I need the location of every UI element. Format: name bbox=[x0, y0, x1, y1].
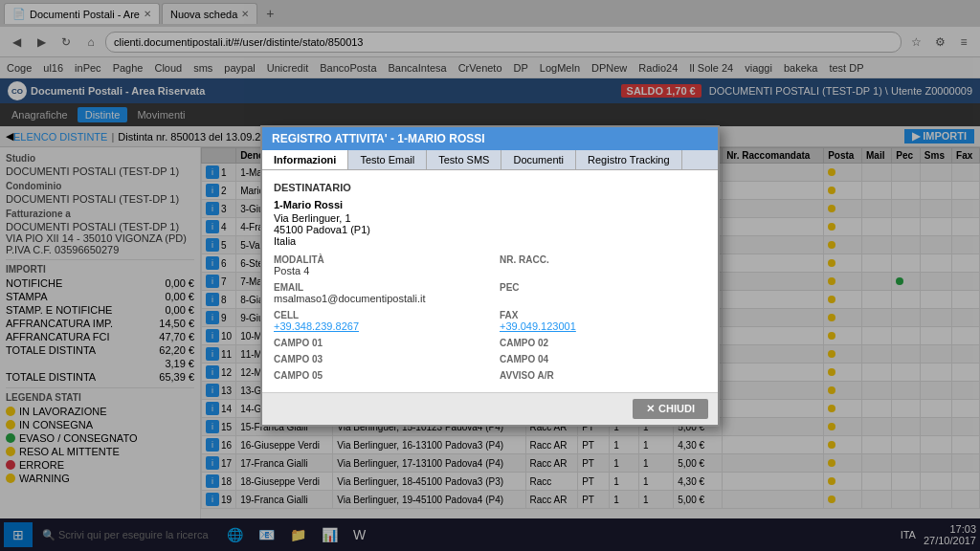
modal-email-section: EMAIL msalmaso1@documentipostali.it bbox=[274, 282, 480, 304]
modal-campo02-label: CAMPO 02 bbox=[500, 338, 706, 348]
modal-campo03-section: CAMPO 03 bbox=[274, 354, 480, 364]
modal-fax-value[interactable]: +39.049.123001 bbox=[500, 320, 706, 332]
modal-campo05-section: CAMPO 05 bbox=[274, 370, 480, 381]
modal-tab-registro-tracking[interactable]: Registro Tracking bbox=[576, 150, 682, 169]
modal-cell-section: CELL +39.348.239.8267 bbox=[274, 310, 480, 332]
modal-campo03-label: CAMPO 03 bbox=[274, 354, 480, 364]
modal-overlay: REGISTRO ATTIVITA' - 1-MARIO ROSSI Infor… bbox=[0, 0, 980, 551]
modal-title: REGISTRO ATTIVITA' - 1-MARIO ROSSI bbox=[262, 127, 718, 150]
modal: REGISTRO ATTIVITA' - 1-MARIO ROSSI Infor… bbox=[260, 125, 720, 427]
modal-campo04-label: CAMPO 04 bbox=[500, 354, 706, 364]
modal-country: Italia bbox=[274, 235, 706, 247]
modal-footer: ✕ CHIUDI bbox=[262, 392, 718, 425]
modal-avviso-section: AVVISO A/R bbox=[500, 370, 706, 381]
modal-destinatario-label: DESTINATARIO bbox=[274, 182, 706, 193]
modal-nr-racc-label: NR. RACC. bbox=[500, 254, 706, 265]
modal-close-button[interactable]: ✕ CHIUDI bbox=[633, 399, 708, 419]
modal-fax-section: FAX +39.049.123001 bbox=[500, 310, 706, 332]
modal-address2: 45100 Padova1 (P1) bbox=[274, 224, 706, 235]
modal-cell-value[interactable]: +39.348.239.8267 bbox=[274, 320, 480, 332]
modal-cell-label: CELL bbox=[274, 310, 480, 320]
modal-destinatario-name: 1-Mario Rossi bbox=[274, 199, 706, 210]
modal-campo02-section: CAMPO 02 bbox=[500, 338, 706, 348]
modal-email-value: msalmaso1@documentipostali.it bbox=[274, 293, 480, 304]
modal-email-label: EMAIL bbox=[274, 282, 480, 293]
close-label: CHIUDI bbox=[658, 403, 695, 414]
modal-campo01-label: CAMPO 01 bbox=[274, 338, 480, 348]
modal-fax-label: FAX bbox=[500, 310, 706, 320]
modal-body: DESTINATARIO 1-Mario Rossi Via Berlingue… bbox=[262, 170, 718, 392]
modal-tab-testo-email[interactable]: Testo Email bbox=[348, 150, 427, 169]
modal-pec-label: PEC bbox=[500, 282, 706, 293]
modal-modalita-section: MODALITÀ Posta 4 bbox=[274, 254, 480, 276]
modal-address1: Via Berlinguer, 1 bbox=[274, 212, 706, 224]
modal-nr-racc-section: NR. RACC. bbox=[500, 254, 706, 276]
modal-tabs: Informazioni Testo Email Testo SMS Docum… bbox=[262, 150, 718, 170]
modal-pec-section: PEC bbox=[500, 282, 706, 304]
modal-campo04-section: CAMPO 04 bbox=[500, 354, 706, 364]
modal-tab-testo-sms[interactable]: Testo SMS bbox=[427, 150, 501, 169]
modal-modalita-label: MODALITÀ bbox=[274, 254, 480, 265]
modal-tab-documenti[interactable]: Documenti bbox=[501, 150, 576, 169]
modal-avviso-label: AVVISO A/R bbox=[500, 370, 706, 381]
modal-tab-informazioni[interactable]: Informazioni bbox=[262, 150, 348, 169]
modal-campo01-section: CAMPO 01 bbox=[274, 338, 480, 348]
modal-modalita-value: Posta 4 bbox=[274, 265, 480, 276]
modal-campo05-label: CAMPO 05 bbox=[274, 370, 480, 381]
close-x-icon: ✕ bbox=[646, 403, 655, 415]
